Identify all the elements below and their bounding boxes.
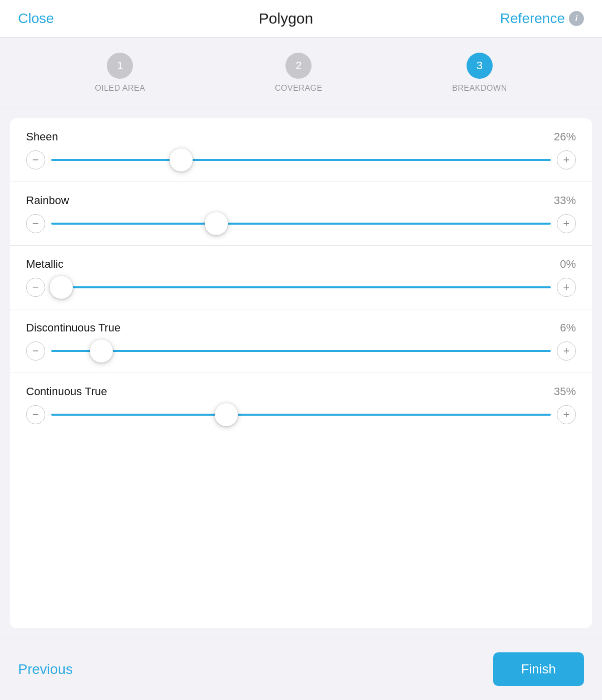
metallic-slider[interactable]	[51, 278, 551, 297]
metallic-label: Metallic	[26, 258, 64, 271]
sheen-row: Sheen 26% − +	[10, 118, 592, 182]
rainbow-row: Rainbow 33% − +	[10, 182, 592, 246]
sheen-label: Sheen	[26, 130, 58, 143]
metallic-increase-button[interactable]: +	[557, 278, 576, 297]
continuous-true-row: Continuous True 35% − +	[10, 373, 592, 436]
rainbow-slider[interactable]	[51, 214, 551, 233]
reference-button[interactable]: Reference i	[494, 11, 584, 27]
reference-label: Reference	[500, 11, 565, 27]
page-title: Polygon	[78, 10, 494, 27]
discontinuous-true-decrease-button[interactable]: −	[26, 341, 45, 361]
sheen-increase-button[interactable]: +	[557, 150, 576, 169]
step-2-circle: 2	[285, 53, 312, 79]
rainbow-increase-button[interactable]: +	[557, 214, 576, 233]
close-button[interactable]: Close	[18, 11, 78, 27]
discontinuous-true-increase-button[interactable]: +	[557, 341, 576, 361]
metallic-decrease-button[interactable]: −	[26, 278, 45, 297]
footer: Previous Finish	[0, 638, 602, 700]
step-3: 3 BREAKDOWN	[452, 53, 507, 93]
continuous-true-label: Continuous True	[26, 385, 107, 398]
rainbow-value: 33%	[554, 194, 576, 207]
step-3-label: BREAKDOWN	[452, 84, 507, 93]
rainbow-label: Rainbow	[26, 194, 69, 207]
step-1: 1 OILED AREA	[95, 53, 145, 93]
continuous-true-value: 35%	[554, 385, 576, 398]
info-icon: i	[569, 11, 584, 26]
steps-bar: 1 OILED AREA 2 COVERAGE 3 BREAKDOWN	[0, 38, 602, 108]
step-2: 2 COVERAGE	[275, 53, 323, 93]
continuous-true-increase-button[interactable]: +	[557, 405, 576, 424]
discontinuous-true-value: 6%	[560, 321, 576, 334]
metallic-row: Metallic 0% − +	[10, 246, 592, 309]
sheen-value: 26%	[554, 130, 576, 143]
continuous-true-decrease-button[interactable]: −	[26, 405, 45, 424]
sheen-decrease-button[interactable]: −	[26, 150, 45, 169]
step-3-circle: 3	[467, 53, 493, 79]
previous-button[interactable]: Previous	[18, 661, 73, 677]
discontinuous-true-label: Discontinuous True	[26, 321, 120, 334]
sheen-slider[interactable]	[51, 150, 551, 169]
step-2-label: COVERAGE	[275, 84, 323, 93]
main-content: Sheen 26% − + Rainbow 33% − +	[10, 118, 592, 628]
metallic-value: 0%	[560, 258, 576, 271]
step-1-circle: 1	[107, 53, 133, 79]
finish-button[interactable]: Finish	[493, 652, 584, 686]
header: Close Polygon Reference i	[0, 0, 602, 38]
continuous-true-slider[interactable]	[51, 405, 551, 424]
discontinuous-true-row: Discontinuous True 6% − +	[10, 309, 592, 373]
step-1-label: OILED AREA	[95, 84, 145, 93]
rainbow-decrease-button[interactable]: −	[26, 214, 45, 233]
discontinuous-true-slider[interactable]	[51, 341, 551, 361]
